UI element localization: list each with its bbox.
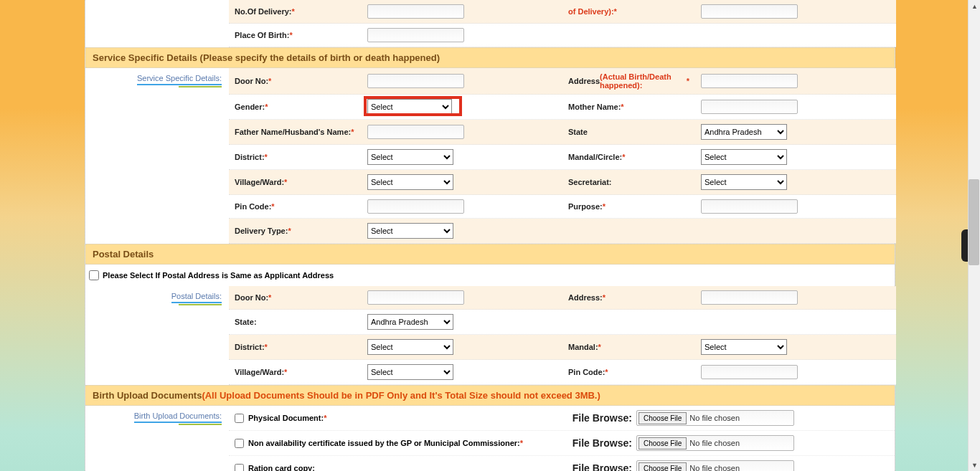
pincode-input[interactable]	[367, 199, 464, 214]
file-input-2[interactable]: Choose FileNo file chosen	[636, 460, 794, 471]
file-input-0[interactable]: Choose FileNo file chosen	[636, 410, 794, 426]
postal-state-label: State:	[229, 310, 362, 334]
address-label: Address(Actual Birth/Death happened):*	[562, 68, 695, 94]
no-delivery-input[interactable]	[367, 4, 464, 19]
postal-sidebar-title: Postal Details:	[171, 292, 222, 303]
gender-label: Gender:*	[229, 95, 362, 119]
district-select[interactable]: Select	[367, 149, 453, 165]
father-input[interactable]	[367, 125, 464, 139]
secretariat-label: Secretariat:	[562, 170, 695, 194]
form-container: No.Of Delivery:* of Delivery):* Place Of…	[85, 0, 895, 471]
gender-select[interactable]: Select	[367, 99, 452, 115]
upload-sidebar-title: Birth Upload Documents:	[134, 411, 222, 423]
mother-input[interactable]	[701, 100, 798, 114]
mother-label: Mother Name:*	[562, 95, 695, 119]
of-delivery-input[interactable]	[701, 4, 798, 19]
pincode-label: Pin Code:*	[229, 195, 362, 218]
postal-village-label: Village/Ward:*	[229, 360, 362, 384]
postal-address-input[interactable]	[701, 290, 798, 305]
postal-state-select[interactable]: Andhra Pradesh	[367, 314, 453, 330]
file-status-0: No file chosen	[689, 414, 740, 422]
scroll-down-icon[interactable]: ▼	[969, 459, 980, 471]
place-birth-input[interactable]	[367, 28, 464, 42]
side-tab[interactable]	[961, 229, 968, 262]
address-input[interactable]	[701, 74, 798, 88]
purpose-input[interactable]	[701, 199, 798, 214]
postal-mandal-select[interactable]: Select	[701, 339, 787, 355]
postal-district-label: District:*	[229, 335, 362, 359]
file-browse-label-1: File Browse:	[565, 437, 636, 449]
upload-checkbox-1[interactable]	[235, 439, 244, 448]
secretariat-select[interactable]: Select	[701, 174, 787, 190]
district-label: District:*	[229, 145, 362, 169]
delivery-type-label: Delivery Type:*	[229, 219, 362, 243]
same-address-checkbox[interactable]	[89, 270, 99, 280]
postal-section-header: Postal Details	[85, 244, 895, 265]
scroll-thumb[interactable]	[969, 179, 979, 265]
upload-label-1: Non availability certificate issued by t…	[248, 439, 523, 447]
postal-pincode-label: Pin Code:*	[562, 360, 695, 384]
postal-village-select[interactable]: Select	[367, 364, 453, 380]
postal-door-label: Door No:*	[229, 286, 362, 309]
door-no-label: Door No:*	[229, 68, 362, 94]
same-address-label: Please Select If Postal Address is Same …	[103, 271, 334, 280]
choose-file-button-2[interactable]: Choose File	[639, 462, 687, 472]
choose-file-button-0[interactable]: Choose File	[639, 412, 687, 424]
door-no-input[interactable]	[367, 74, 464, 88]
of-delivery-label: of Delivery):*	[562, 0, 695, 23]
mandal-select[interactable]: Select	[701, 149, 787, 165]
village-label: Village/Ward:*	[229, 170, 362, 194]
delivery-type-select[interactable]: Select	[367, 223, 453, 239]
place-birth-label: Place Of Birth:*	[229, 24, 362, 47]
file-browse-label-2: File Browse:	[565, 462, 636, 471]
file-input-1[interactable]: Choose FileNo file chosen	[636, 435, 794, 451]
choose-file-button-1[interactable]: Choose File	[639, 437, 687, 449]
purpose-label: Purpose:*	[562, 195, 695, 218]
scrollbar[interactable]: ▲ ▼	[968, 0, 980, 471]
postal-mandal-label: Mandal:*	[562, 335, 695, 359]
postal-address-label: Address:*	[562, 286, 695, 309]
state-select[interactable]: Andhra Pradesh	[701, 124, 787, 140]
service-sidebar-title: Service Specific Details:	[137, 74, 222, 85]
postal-district-select[interactable]: Select	[367, 339, 453, 355]
scroll-up-icon[interactable]: ▲	[969, 0, 980, 12]
upload-label-0: Physical Document:*	[248, 414, 326, 422]
mandal-label: Mandal/Circle:*	[562, 145, 695, 169]
state-label: State	[562, 120, 695, 144]
upload-checkbox-0[interactable]	[235, 414, 244, 423]
no-delivery-label: No.Of Delivery:*	[229, 0, 362, 23]
file-status-2: No file chosen	[689, 464, 740, 471]
father-label: Father Name/Husband's Name:*	[229, 120, 362, 144]
upload-label-2: Ration card copy:	[248, 464, 315, 471]
upload-section-header: Birth Upload Documents(All Upload Docume…	[85, 385, 895, 406]
file-status-1: No file chosen	[689, 439, 740, 447]
upload-checkbox-2[interactable]	[235, 464, 244, 472]
postal-pincode-input[interactable]	[701, 365, 798, 379]
village-select[interactable]: Select	[367, 174, 453, 190]
postal-door-input[interactable]	[367, 290, 464, 305]
file-browse-label-0: File Browse:	[565, 412, 636, 424]
service-section-header: Service Specific Details (Please specify…	[85, 47, 895, 68]
